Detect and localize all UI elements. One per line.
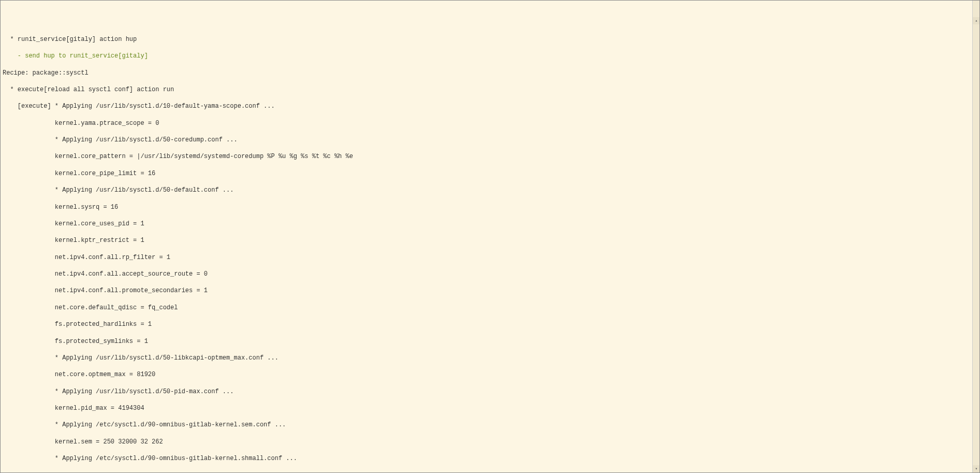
terminal-line-action: - send hup to runit_service[gitaly] [3,52,977,60]
terminal-line: Recipe: package::sysctl [3,69,977,77]
terminal-line: fs.protected_hardlinks = 1 [3,320,977,328]
terminal-line: kernel.yama.ptrace_scope = 0 [3,119,977,127]
terminal-line: * Applying /usr/lib/sysctl.d/50-pid-max.… [3,388,977,396]
terminal-line: fs.protected_symlinks = 1 [3,337,977,346]
terminal-line: kernel.core_pipe_limit = 16 [3,169,977,178]
terminal-line: net.ipv4.conf.all.rp_filter = 1 [3,253,977,262]
terminal-line: kernel.shmall = 4194304 [3,471,977,474]
terminal-line: * Applying /etc/sysctl.d/90-omnibus-gitl… [3,454,977,463]
terminal-line: kernel.pid_max = 4194304 [3,404,977,412]
terminal-line: net.core.default_qdisc = fq_codel [3,304,977,312]
terminal-line: kernel.kptr_restrict = 1 [3,236,977,245]
terminal-line: * Applying /usr/lib/sysctl.d/50-libkcapi… [3,354,977,362]
terminal-line: [execute] * Applying /usr/lib/sysctl.d/1… [3,102,977,110]
terminal-line: * runit_service[gitaly] action hup [3,35,977,44]
terminal-line: net.ipv4.conf.all.accept_source_route = … [3,270,977,278]
terminal-line: * Applying /usr/lib/sysctl.d/50-default.… [3,186,977,194]
terminal-line: * Applying /etc/sysctl.d/90-omnibus-gitl… [3,421,977,429]
scroll-up-arrow-icon[interactable]: ▴ [973,17,980,24]
terminal-line: kernel.core_uses_pid = 1 [3,220,977,228]
terminal-line: kernel.sem = 250 32000 32 262 [3,438,977,446]
terminal-line: * execute[reload all sysctl conf] action… [3,85,977,94]
vertical-scrollbar[interactable]: ▴ ▾ [972,1,979,472]
terminal-line: kernel.core_pattern = |/usr/lib/systemd/… [3,152,977,161]
terminal-line: * Applying /usr/lib/sysctl.d/50-coredump… [3,136,977,144]
terminal-line: net.ipv4.conf.all.promote_secondaries = … [3,286,977,295]
scroll-down-arrow-icon[interactable]: ▾ [973,465,980,472]
terminal-line: kernel.sysrq = 16 [3,203,977,211]
terminal-line: net.core.optmem_max = 81920 [3,370,977,379]
